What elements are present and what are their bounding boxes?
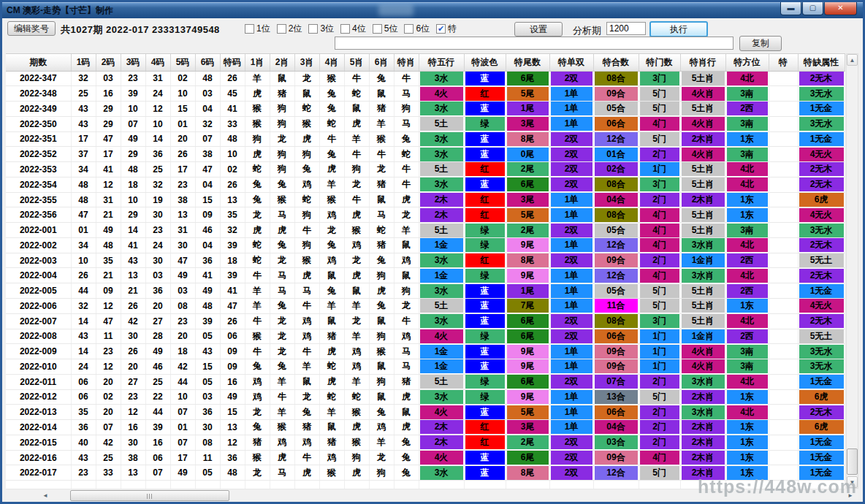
draw-stats-text: 共1027期 2022-017 233313749548	[61, 23, 220, 37]
checkbox-1位[interactable]: 1位	[245, 23, 270, 35]
checkbox-5位[interactable]: 5位	[373, 23, 398, 35]
cell-zodiac: 鼠	[369, 192, 394, 207]
column-header-2肖[interactable]: 2肖	[270, 54, 294, 71]
cell-code: 10	[170, 389, 195, 405]
unchecked-checkbox-icon[interactable]	[373, 24, 382, 34]
cell-zodiac: 兔	[245, 420, 270, 435]
cell-zodiac: 兔	[394, 435, 419, 450]
cell-code: 39	[121, 86, 145, 102]
cell-code: 36	[195, 405, 220, 420]
cell-attribute: 3水	[419, 71, 464, 86]
cell-attribute: 1单	[549, 359, 593, 375]
execute-button[interactable]: 执行	[649, 21, 708, 37]
scroll-up-icon[interactable]: ▲	[847, 54, 858, 66]
column-header-3肖[interactable]: 3肖	[294, 54, 319, 71]
vertical-scrollbar-thumb[interactable]	[847, 448, 858, 475]
column-header-特[interactable]: 特	[769, 54, 798, 71]
cell-attribute: 6虎	[798, 389, 845, 405]
cell-attribute: 12合	[593, 268, 639, 283]
cell-attribute: 1无金	[798, 283, 845, 299]
cell-attribute: 1东	[725, 298, 769, 313]
unchecked-checkbox-icon[interactable]	[308, 24, 318, 34]
cell-attribute: 4无火	[798, 298, 845, 313]
scroll-right-icon[interactable]: ►	[845, 490, 856, 501]
checkbox-6位[interactable]: 6位	[404, 23, 430, 35]
cell-zodiac: 蛇	[319, 116, 344, 131]
maximize-button[interactable]: ▢	[802, 2, 823, 15]
unchecked-checkbox-icon[interactable]	[404, 24, 414, 34]
column-header-3码[interactable]: 3码	[121, 54, 145, 71]
column-header-特肖行[interactable]: 特肖行	[680, 54, 725, 71]
cell-code: 15	[170, 102, 195, 117]
analysis-period-input[interactable]	[606, 22, 646, 35]
cell-attribute: 5尾	[506, 86, 549, 102]
column-header-特缺属性[interactable]: 特缺属性	[798, 54, 845, 71]
column-header-特方位[interactable]: 特方位	[725, 54, 769, 71]
vertical-scrollbar[interactable]: ▲ ▼	[846, 53, 858, 489]
cell-zodiac: 虎	[394, 192, 419, 207]
scroll-down-icon[interactable]: ▼	[847, 476, 858, 488]
titlebar: CM 澳彩-走势【寸芒】制作 ▬ ▢ ✕	[2, 2, 863, 18]
cell-zodiac: 羊	[344, 329, 369, 344]
cell-zodiac: 鸡	[319, 450, 344, 465]
cell-zodiac: 牛	[245, 344, 270, 359]
column-header-2码[interactable]: 2码	[96, 54, 121, 71]
checkbox-2位[interactable]: 2位	[277, 23, 302, 35]
cell-attribute: 5门	[639, 131, 680, 147]
cell-attribute: 3水	[419, 283, 464, 299]
cell-attribute: 6尾	[506, 177, 549, 192]
unchecked-checkbox-icon[interactable]	[277, 24, 286, 34]
column-header-4肖[interactable]: 4肖	[319, 54, 344, 71]
unchecked-checkbox-icon[interactable]	[340, 24, 350, 34]
column-header-特单双[interactable]: 特单双	[549, 54, 593, 71]
checkbox-特[interactable]: ✔特	[436, 23, 457, 35]
cell-attribute	[769, 86, 798, 102]
table-row: 2022-35237172936263810虎狗狗兔牛牛蛇3水蓝0尾2双01合2…	[6, 147, 845, 162]
cell-attribute	[769, 359, 798, 375]
cell-zodiac: 牛	[394, 313, 419, 329]
cell-attribute: 4北	[725, 177, 769, 192]
column-header-6码[interactable]: 6码	[195, 54, 220, 71]
column-header-特五行[interactable]: 特五行	[419, 54, 464, 71]
edit-numbers-button[interactable]: 编辑奖号	[7, 21, 56, 36]
checkbox-4位[interactable]: 4位	[340, 23, 366, 35]
cell-code: 17	[170, 162, 195, 177]
checked-checkbox-icon[interactable]: ✔	[436, 24, 446, 34]
cell-zodiac: 马	[369, 207, 394, 223]
settings-button[interactable]: 设置	[514, 22, 563, 37]
horizontal-scrollbar[interactable]: ◄ ►	[6, 490, 858, 502]
column-header-期数[interactable]: 期数	[6, 54, 71, 71]
cell-attribute: 5土	[419, 298, 464, 313]
cell-code: 07	[195, 131, 220, 147]
cell-attribute: 08合	[593, 177, 639, 192]
checkbox-3位[interactable]: 3位	[308, 23, 334, 35]
column-header-1码[interactable]: 1码	[71, 54, 96, 71]
column-header-特合数[interactable]: 特合数	[593, 54, 639, 71]
column-header-特码[interactable]: 特码	[220, 54, 245, 71]
column-header-特肖[interactable]: 特肖	[394, 54, 419, 71]
column-header-4码[interactable]: 4码	[145, 54, 170, 71]
minimize-button[interactable]: ▬	[780, 2, 801, 15]
column-header-1肖[interactable]: 1肖	[245, 54, 270, 71]
column-header-5码[interactable]: 5码	[170, 54, 195, 71]
unchecked-checkbox-icon[interactable]	[245, 24, 254, 34]
scroll-left-icon[interactable]: ◄	[39, 490, 51, 501]
column-header-6肖[interactable]: 6肖	[369, 54, 394, 71]
result-input[interactable]	[335, 37, 733, 50]
cell-zodiac: 虎	[344, 116, 369, 131]
cell-attribute: 09合	[593, 450, 639, 465]
cell-code: 14	[145, 131, 170, 147]
column-header-特门数[interactable]: 特门数	[639, 54, 680, 71]
cell-zodiac: 猴	[294, 116, 319, 131]
column-header-特尾数[interactable]: 特尾数	[506, 54, 549, 71]
cell-zodiac: 虎	[344, 268, 369, 283]
close-button[interactable]: ✕	[824, 2, 857, 15]
cell-zodiac: 马	[270, 465, 294, 481]
copy-button[interactable]: 复制	[739, 36, 782, 51]
cell-code: 15	[220, 405, 245, 420]
cell-code: 17	[71, 131, 96, 147]
cell-zodiac: 马	[294, 283, 319, 299]
column-header-5肖[interactable]: 5肖	[344, 54, 369, 71]
column-header-特波色[interactable]: 特波色	[464, 54, 506, 71]
horizontal-scrollbar-thumb[interactable]	[70, 490, 229, 501]
